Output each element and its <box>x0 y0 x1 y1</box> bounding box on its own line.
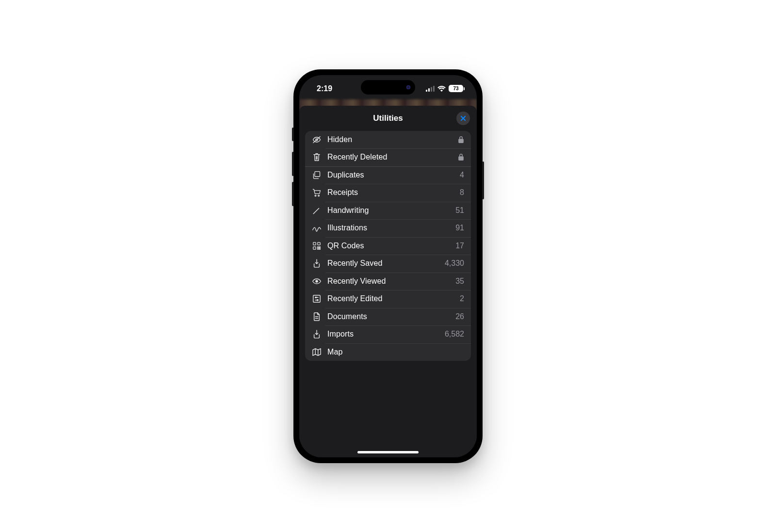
row-map[interactable]: Map <box>305 343 471 361</box>
row-count: 35 <box>455 277 464 286</box>
row-label: QR Codes <box>327 242 455 250</box>
svg-rect-8 <box>458 139 464 143</box>
dynamic-island <box>361 80 415 95</box>
svg-rect-14 <box>318 242 320 245</box>
status-time: 2:19 <box>317 81 332 93</box>
row-receipts[interactable]: Receipts 8 <box>305 184 471 202</box>
battery-icon: 73 <box>449 85 463 92</box>
row-label: Illustrations <box>327 224 455 232</box>
row-recently-saved[interactable]: Recently Saved 4,330 <box>305 255 471 273</box>
close-icon <box>460 115 466 121</box>
svg-point-12 <box>318 195 320 196</box>
rectangle-stack-icon <box>312 170 322 180</box>
row-count: 8 <box>460 188 464 197</box>
close-button[interactable] <box>456 112 470 125</box>
row-label: Map <box>327 348 464 356</box>
row-label: Recently Viewed <box>327 277 455 286</box>
svg-rect-17 <box>313 295 320 302</box>
utilities-list: Hidden Recently Deleted <box>305 131 471 361</box>
row-recently-deleted[interactable]: Recently Deleted <box>305 148 471 166</box>
sheet-title: Utilities <box>373 113 403 123</box>
svg-rect-13 <box>313 242 316 245</box>
svg-rect-2 <box>431 87 432 92</box>
row-count: 51 <box>455 206 464 215</box>
row-label: Imports <box>327 330 445 339</box>
cart-icon <box>312 188 322 197</box>
svg-point-21 <box>317 300 318 301</box>
side-button <box>292 182 294 206</box>
qrcode-icon <box>312 241 322 251</box>
trash-icon <box>312 152 322 162</box>
lock-icon <box>458 153 464 161</box>
scribble-icon <box>312 223 322 233</box>
row-recently-edited[interactable]: Recently Edited 2 <box>305 290 471 308</box>
row-label: Recently Deleted <box>327 153 458 161</box>
sheet-header: Utilities <box>299 106 477 131</box>
phone-device-frame: 2:19 73 Utilities <box>293 69 483 463</box>
download-box-icon <box>312 329 322 339</box>
svg-rect-3 <box>433 86 435 92</box>
eye-circle-icon <box>312 276 322 286</box>
row-recently-viewed[interactable]: Recently Viewed 35 <box>305 273 471 290</box>
document-icon <box>312 312 322 322</box>
svg-rect-9 <box>458 156 464 161</box>
eye-slash-icon <box>312 135 322 145</box>
row-label: Documents <box>327 312 455 321</box>
svg-point-16 <box>316 280 318 282</box>
row-label: Duplicates <box>327 171 460 179</box>
svg-point-20 <box>315 297 316 298</box>
slider-icon <box>312 294 322 304</box>
row-count: 2 <box>460 294 464 303</box>
status-right: 73 <box>426 82 463 92</box>
row-qr-codes[interactable]: QR Codes 17 <box>305 237 471 255</box>
row-duplicates[interactable]: Duplicates 4 <box>305 166 471 184</box>
row-label: Recently Saved <box>327 259 445 268</box>
camera-dot <box>406 85 410 89</box>
row-count: 17 <box>455 242 464 250</box>
row-label: Recently Edited <box>327 294 460 303</box>
svg-rect-15 <box>313 247 316 249</box>
svg-rect-10 <box>315 171 320 177</box>
download-box-icon <box>312 258 322 268</box>
utilities-sheet: Utilities Hidden <box>299 106 477 457</box>
row-count: 91 <box>455 224 464 232</box>
battery-level: 73 <box>453 86 458 91</box>
home-indicator[interactable] <box>357 451 419 453</box>
row-count: 26 <box>455 312 464 321</box>
row-hidden[interactable]: Hidden <box>305 131 471 149</box>
row-handwriting[interactable]: Handwriting 51 <box>305 202 471 220</box>
pencil-icon <box>312 206 322 215</box>
svg-rect-1 <box>428 88 430 92</box>
cellular-icon <box>426 86 435 92</box>
side-button <box>482 161 484 199</box>
wifi-icon <box>437 86 446 92</box>
row-count: 4 <box>460 171 464 179</box>
lock-icon <box>458 136 464 144</box>
row-label: Receipts <box>327 188 460 197</box>
row-count: 6,582 <box>445 330 464 339</box>
row-count: 4,330 <box>445 259 464 268</box>
row-documents[interactable]: Documents 26 <box>305 308 471 326</box>
svg-point-11 <box>315 195 316 196</box>
row-label: Handwriting <box>327 206 455 215</box>
side-button <box>292 152 294 176</box>
row-imports[interactable]: Imports 6,582 <box>305 325 471 343</box>
map-icon <box>312 347 322 357</box>
row-label: Hidden <box>327 135 458 144</box>
phone-screen: 2:19 73 Utilities <box>299 75 477 457</box>
side-button <box>292 128 294 141</box>
row-illustrations[interactable]: Illustrations 91 <box>305 219 471 237</box>
svg-rect-0 <box>426 90 427 92</box>
